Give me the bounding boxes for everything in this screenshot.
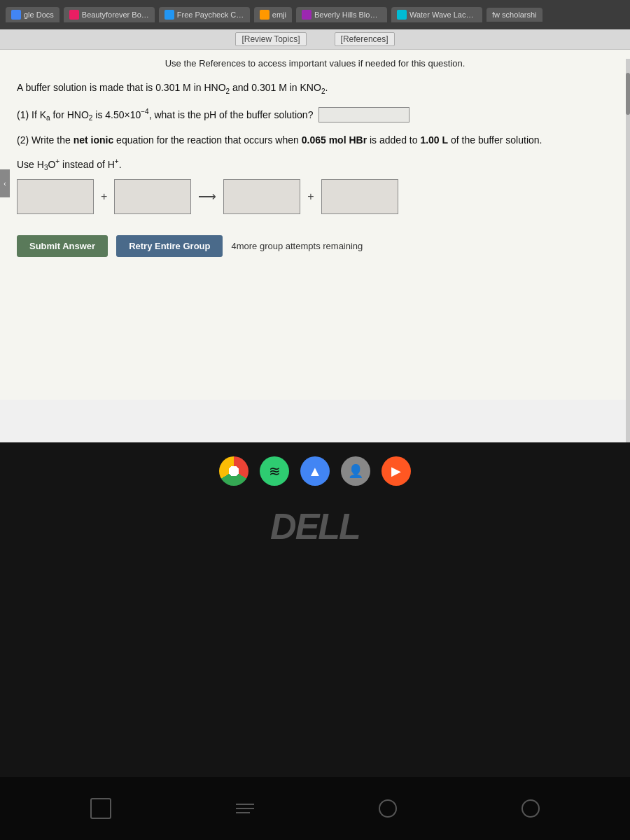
tab-beautyforever-label: Beautyforever Body... — [82, 10, 149, 19]
people-icon[interactable]: 👤 — [341, 456, 370, 486]
tab-google-docs-label: gle Docs — [24, 10, 54, 19]
tab-beverly-label: Beverly Hills Blonde... — [314, 10, 382, 19]
tab-free-paycheck[interactable]: Free Paycheck Calc... — [159, 7, 250, 22]
ionic-equation-area: Use H3O+ instead of H+. + ⟶ + — [17, 158, 613, 214]
left-side-arrow[interactable]: ‹ — [0, 169, 10, 197]
tab-google-docs[interactable]: gle Docs — [6, 7, 59, 22]
use-note: Use H3O+ instead of H+. — [17, 158, 613, 172]
paycheck-icon — [164, 10, 174, 20]
browser-content-area: [Review Topics] [References] Use the Ref… — [0, 29, 630, 442]
play-icon[interactable]: ▶ — [382, 456, 411, 486]
lines-nav-button[interactable] — [236, 804, 254, 813]
beauty-icon — [69, 10, 79, 20]
chrome-icon[interactable] — [219, 456, 248, 486]
google-docs-icon — [11, 10, 21, 20]
retry-entire-group-button[interactable]: Retry Entire Group — [116, 235, 223, 257]
play-button-icon: ▶ — [391, 463, 401, 479]
part2-text: (2) Write the net ionic equation for the… — [17, 132, 613, 148]
tab-beautyforever[interactable]: Beautyforever Body... — [64, 7, 155, 22]
sub-navigation: [Review Topics] [References] — [0, 29, 630, 50]
circle-nav-button-2[interactable] — [522, 799, 540, 818]
tab-emoji-label: emji — [272, 10, 286, 19]
square-nav-button[interactable] — [90, 798, 111, 819]
tab-water-label: Water Wave Lace F... — [410, 10, 477, 19]
wifi-icon[interactable]: ≋ — [260, 456, 289, 486]
submit-answer-button[interactable]: Submit Answer — [17, 235, 108, 257]
wifi-signal-icon: ≋ — [269, 463, 281, 479]
maps-arrow-icon: ▲ — [308, 463, 322, 479]
dell-logo: DELL — [270, 505, 360, 547]
arrow-sign: ⟶ — [198, 189, 216, 204]
scrollbar-thumb[interactable] — [626, 73, 630, 115]
equation-box-2[interactable] — [114, 179, 191, 214]
tab-scholarship-label: fw scholarshi — [492, 10, 537, 19]
person-icon: 👤 — [348, 463, 363, 479]
references-button[interactable]: [References] — [335, 32, 395, 46]
tab-paycheck-label: Free Paycheck Calc... — [177, 10, 244, 19]
tab-scholarship[interactable]: fw scholarshi — [486, 8, 542, 22]
buttons-row: Submit Answer Retry Entire Group 4more g… — [17, 235, 613, 257]
right-scrollbar[interactable] — [626, 59, 630, 442]
bottom-navigation-bar — [0, 777, 630, 840]
problem-intro: A buffer solution is made that is 0.301 … — [17, 80, 613, 97]
tab-emoji[interactable]: emji — [254, 7, 292, 22]
ph-answer-input[interactable] — [318, 107, 410, 122]
equation-box-3[interactable] — [223, 179, 300, 214]
part1-text: (1) If Ka for HNO2 is 4.50×10−4, what is… — [17, 108, 313, 122]
circle-nav-button-1[interactable] — [379, 799, 397, 818]
emoji-icon — [260, 10, 270, 20]
water-icon — [397, 10, 407, 20]
review-topics-button[interactable]: [Review Topics] — [235, 32, 306, 46]
browser-tab-bar: gle Docs Beautyforever Body... Free Payc… — [0, 0, 630, 29]
maps-icon[interactable]: ▲ — [300, 456, 330, 486]
beverly-icon — [302, 10, 312, 20]
question-area: Use the References to access important v… — [0, 50, 630, 400]
reference-note: Use the References to access important v… — [17, 58, 613, 69]
equation-box-4[interactable] — [321, 179, 398, 214]
part1-row: (1) If Ka for HNO2 is 4.50×10−4, what is… — [17, 107, 613, 122]
equation-box-1[interactable] — [17, 179, 94, 214]
attempts-remaining-text: 4more group attempts remaining — [231, 241, 363, 251]
equation-row: + ⟶ + — [17, 179, 613, 214]
tab-beverly-hills[interactable]: Beverly Hills Blonde... — [296, 7, 387, 22]
plus-sign-1: + — [101, 190, 107, 203]
monitor-base-area: ≋ ▲ 👤 ▶ DELL — [0, 442, 630, 777]
plus-sign-2: + — [307, 190, 314, 203]
tab-water-wave[interactable]: Water Wave Lace F... — [391, 7, 482, 22]
